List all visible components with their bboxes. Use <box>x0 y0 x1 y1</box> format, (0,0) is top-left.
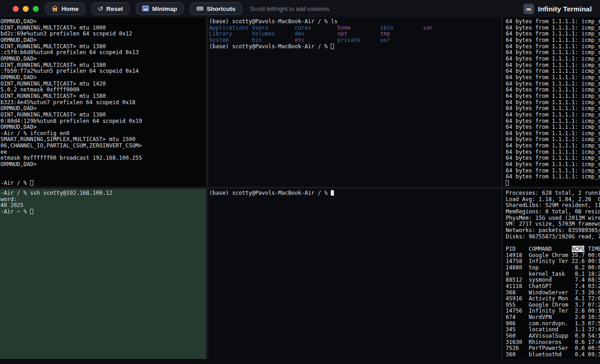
reset-button-label: Reset <box>106 5 123 12</box>
infinity-icon: ∞ <box>523 4 534 14</box>
scroll-hint-text: Scroll left/right to add columns <box>250 5 329 12</box>
terminal-pane-ssh[interactable]: -Air / % ssh scotty@192.168.100.12word:4… <box>0 189 206 359</box>
titlebar: Home ↺ Reset Minimap Sho <box>0 0 600 17</box>
zoom-button[interactable] <box>33 6 39 12</box>
minimap-icon <box>142 5 149 12</box>
shortcuts-button[interactable]: Shortcuts <box>190 2 242 15</box>
minimap-button-label: Minimap <box>152 5 177 12</box>
window-controls <box>6 6 39 12</box>
minimap-button[interactable]: Minimap <box>136 2 184 15</box>
app-title-group: ∞ Infinity Terminal <box>523 4 594 14</box>
minimize-button[interactable] <box>23 6 29 12</box>
terminal-pane-ls[interactable]: (base) scotty@Pavols-MacBook-Air / % lsA… <box>208 17 501 187</box>
close-button[interactable] <box>13 6 19 12</box>
reset-icon: ↺ <box>98 5 103 12</box>
home-button-label: Home <box>62 5 79 12</box>
reset-button[interactable]: ↺ Reset <box>92 2 130 15</box>
home-icon <box>51 5 58 13</box>
terminal-pane-prompt[interactable]: (base) scotty@Pavols-MacBook-Air / % <box>208 189 501 359</box>
app-title: Infinity Terminal <box>538 5 592 13</box>
terminal-pane-top[interactable]: Processes: 628 total, 2 runniLoad Avg: 1… <box>503 189 600 359</box>
home-button[interactable]: Home <box>45 2 85 15</box>
shortcuts-button-label: Shortcuts <box>207 5 236 12</box>
bottom-bar <box>0 359 600 364</box>
terminal-pane-ping[interactable]: 64 bytes from 1.1.1.1: icmp_s64 bytes fr… <box>503 17 600 187</box>
shortcuts-icon <box>196 5 204 12</box>
infinity-terminal-window: Home ↺ Reset Minimap Sho <box>0 0 600 364</box>
terminal-pane-ifconfig[interactable]: ORMNUD,DAD>OINT,RUNNING,MULTICAST> mtu 1… <box>0 17 206 187</box>
